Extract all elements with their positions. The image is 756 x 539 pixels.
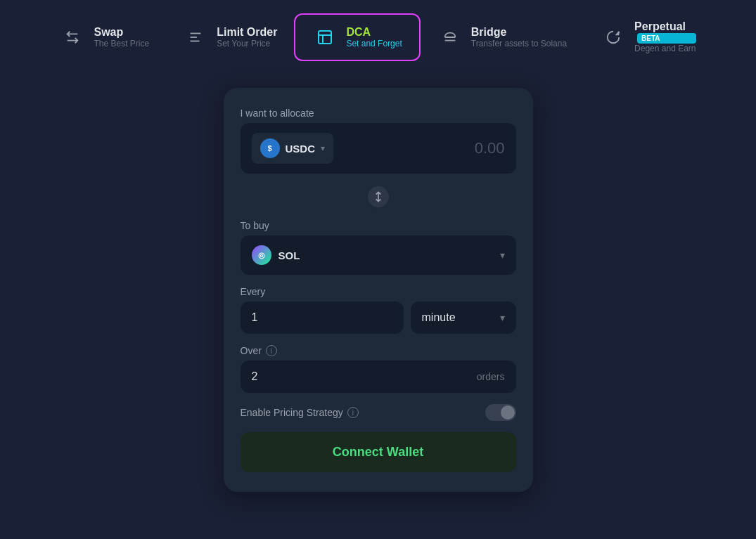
- over-section: Over i orders: [241, 345, 516, 393]
- over-label: Over: [241, 345, 262, 356]
- nav-item-limit-order[interactable]: Limit Order Set Your Price: [166, 15, 294, 60]
- limit-order-nav-subtitle: Set Your Price: [217, 39, 277, 48]
- swap-direction-button[interactable]: [366, 185, 390, 209]
- every-number-input[interactable]: [241, 301, 404, 334]
- dca-nav-icon: [312, 25, 338, 50]
- allocate-section: I want to allocate $ USDC ▾ 0.00: [241, 108, 516, 174]
- allocate-input-row: $ USDC ▾ 0.00: [241, 123, 516, 174]
- svg-rect-3: [319, 31, 331, 44]
- to-token-name: SOL: [278, 249, 300, 261]
- from-token-selector[interactable]: $ USDC ▾: [252, 133, 334, 164]
- nav-item-perpetual[interactable]: Perpetual Beta Degen and Earn: [584, 11, 712, 63]
- main-content: I want to allocate $ USDC ▾ 0.00: [0, 74, 756, 539]
- perpetual-nav-text: Perpetual Beta Degen and Earn: [634, 20, 696, 53]
- to-buy-selector[interactable]: ◎ SOL ▾: [241, 235, 516, 275]
- sol-icon: ◎: [252, 245, 271, 265]
- to-buy-chevron-icon: ▾: [500, 249, 505, 261]
- over-input-row: orders: [241, 361, 516, 393]
- every-section: Every minute ▾: [241, 286, 516, 334]
- to-buy-left: ◎ SOL: [252, 245, 300, 265]
- perpetual-nav-title: Perpetual: [634, 20, 696, 33]
- pricing-strategy-toggle[interactable]: [485, 404, 516, 421]
- connect-wallet-text: Connect Wallet: [333, 445, 423, 459]
- every-unit-selector[interactable]: minute ▾: [411, 301, 516, 334]
- bridge-nav-title: Bridge: [471, 26, 567, 39]
- orders-label: orders: [477, 371, 505, 382]
- to-buy-section: To buy ◎ SOL ▾: [241, 220, 516, 275]
- pricing-label-row: Enable Pricing Strategy i: [241, 407, 359, 418]
- swap-direction-container: [241, 185, 516, 209]
- top-nav: Swap The Best Price Limit Order Set Your…: [0, 0, 756, 74]
- allocate-amount: 0.00: [475, 139, 505, 157]
- swap-nav-icon: [60, 25, 85, 50]
- swap-nav-subtitle: The Best Price: [94, 39, 149, 48]
- dca-nav-subtitle: Set and Forget: [346, 39, 402, 48]
- every-label: Every: [241, 286, 516, 297]
- from-token-name: USDC: [286, 143, 316, 155]
- pricing-strategy-label: Enable Pricing Strategy: [241, 407, 343, 418]
- toggle-thumb: [501, 405, 515, 420]
- connect-wallet-button[interactable]: Connect Wallet: [241, 432, 516, 472]
- pricing-info-icon[interactable]: i: [347, 407, 359, 418]
- perpetual-nav-icon: [601, 25, 626, 50]
- swap-nav-title: Swap: [94, 26, 149, 39]
- perpetual-nav-subtitle: Degen and Earn: [634, 44, 696, 53]
- swap-nav-text: Swap The Best Price: [94, 26, 149, 48]
- dca-nav-title: DCA: [346, 26, 402, 39]
- over-header: Over i: [241, 345, 516, 356]
- every-unit-chevron-icon: ▾: [500, 312, 505, 323]
- from-token-chevron-icon: ▾: [321, 143, 325, 153]
- allocate-label: I want to allocate: [241, 108, 516, 119]
- limit-order-nav-icon: [183, 25, 208, 50]
- over-info-icon[interactable]: i: [266, 345, 277, 356]
- to-buy-label: To buy: [241, 220, 516, 231]
- perpetual-beta-badge: Beta: [637, 33, 696, 44]
- nav-item-bridge[interactable]: Bridge Transfer assets to Solana: [421, 15, 584, 60]
- bridge-nav-icon: [437, 25, 463, 50]
- nav-item-swap[interactable]: Swap The Best Price: [43, 15, 166, 60]
- bridge-nav-subtitle: Transfer assets to Solana: [471, 39, 567, 48]
- nav-item-dca[interactable]: DCA Set and Forget: [294, 13, 420, 61]
- limit-order-nav-title: Limit Order: [217, 26, 277, 39]
- pricing-strategy-row: Enable Pricing Strategy i: [241, 404, 516, 421]
- limit-order-nav-text: Limit Order Set Your Price: [217, 26, 277, 48]
- over-label-row: Over i: [241, 345, 277, 356]
- every-unit-text: minute: [422, 311, 456, 324]
- usdc-icon: $: [260, 138, 280, 158]
- dca-nav-text: DCA Set and Forget: [346, 26, 402, 48]
- dca-card: I want to allocate $ USDC ▾ 0.00: [224, 88, 533, 492]
- bridge-nav-text: Bridge Transfer assets to Solana: [471, 26, 567, 48]
- over-number-input[interactable]: [252, 370, 294, 383]
- every-row: minute ▾: [241, 301, 516, 334]
